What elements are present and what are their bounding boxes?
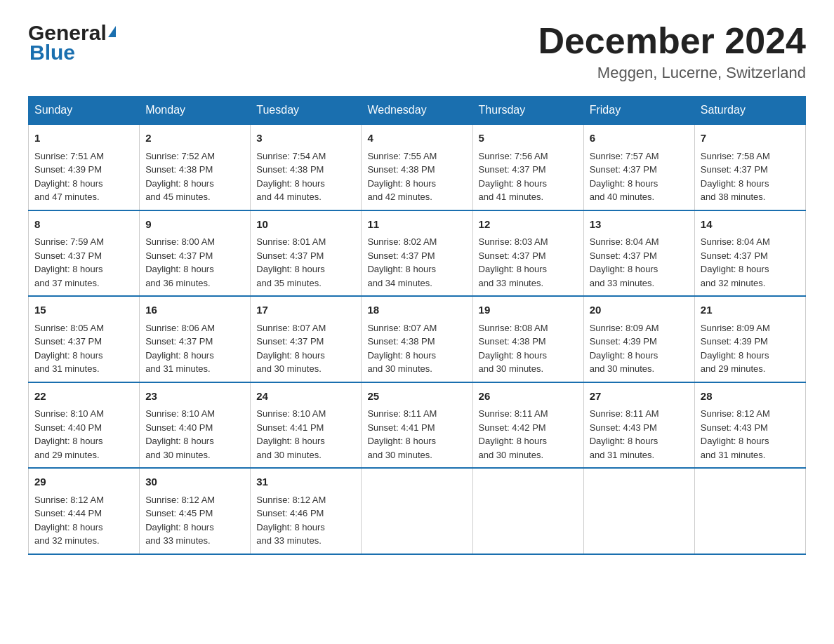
day-info: Sunrise: 8:00 AMSunset: 4:37 PMDaylight:… <box>145 235 244 290</box>
day-number: 6 <box>590 130 689 147</box>
day-number: 21 <box>701 302 800 318</box>
calendar-day-cell: 31Sunrise: 8:12 AMSunset: 4:46 PMDayligh… <box>251 468 362 554</box>
day-info: Sunrise: 8:03 AMSunset: 4:37 PMDaylight:… <box>479 235 578 290</box>
day-info: Sunrise: 8:07 AMSunset: 4:38 PMDaylight:… <box>367 321 466 376</box>
day-number: 25 <box>367 389 466 405</box>
day-info: Sunrise: 8:11 AMSunset: 4:42 PMDaylight:… <box>479 407 578 462</box>
page-header: General Blue December 2024 Meggen, Lucer… <box>28 21 806 82</box>
calendar-table: SundayMondayTuesdayWednesdayThursdayFrid… <box>28 96 806 555</box>
day-header-thursday: Thursday <box>472 97 583 125</box>
day-info: Sunrise: 8:12 AMSunset: 4:44 PMDaylight:… <box>34 493 133 548</box>
calendar-day-cell: 16Sunrise: 8:06 AMSunset: 4:37 PMDayligh… <box>140 296 251 382</box>
day-info: Sunrise: 7:56 AMSunset: 4:37 PMDaylight:… <box>479 149 578 204</box>
calendar-week-row: 29Sunrise: 8:12 AMSunset: 4:44 PMDayligh… <box>29 468 806 554</box>
day-number: 20 <box>590 302 689 318</box>
day-info: Sunrise: 7:58 AMSunset: 4:37 PMDaylight:… <box>701 149 800 204</box>
day-header-monday: Monday <box>140 97 251 125</box>
calendar-week-row: 22Sunrise: 8:10 AMSunset: 4:40 PMDayligh… <box>29 382 806 469</box>
day-number: 24 <box>256 389 355 405</box>
day-header-sunday: Sunday <box>29 97 140 125</box>
day-info: Sunrise: 7:59 AMSunset: 4:37 PMDaylight:… <box>34 235 133 290</box>
day-number: 15 <box>34 302 133 318</box>
day-number: 14 <box>701 217 800 233</box>
title-section: December 2024 Meggen, Lucerne, Switzerla… <box>538 21 806 82</box>
calendar-day-cell: 9Sunrise: 8:00 AMSunset: 4:37 PMDaylight… <box>140 210 251 297</box>
calendar-day-cell: 1Sunrise: 7:51 AMSunset: 4:39 PMDaylight… <box>29 124 140 210</box>
day-info: Sunrise: 8:12 AMSunset: 4:46 PMDaylight:… <box>256 493 355 548</box>
day-number: 29 <box>34 474 133 490</box>
day-number: 16 <box>145 302 244 318</box>
day-number: 18 <box>367 302 466 318</box>
day-info: Sunrise: 8:01 AMSunset: 4:37 PMDaylight:… <box>256 235 355 290</box>
calendar-day-cell: 26Sunrise: 8:11 AMSunset: 4:42 PMDayligh… <box>472 382 583 469</box>
calendar-day-cell: 28Sunrise: 8:12 AMSunset: 4:43 PMDayligh… <box>694 382 805 469</box>
calendar-day-cell: 29Sunrise: 8:12 AMSunset: 4:44 PMDayligh… <box>29 468 140 554</box>
day-number: 2 <box>145 130 244 147</box>
day-info: Sunrise: 8:10 AMSunset: 4:40 PMDaylight:… <box>145 407 244 462</box>
calendar-day-cell: 5Sunrise: 7:56 AMSunset: 4:37 PMDaylight… <box>472 124 583 210</box>
day-number: 1 <box>34 130 133 147</box>
calendar-day-cell: 13Sunrise: 8:04 AMSunset: 4:37 PMDayligh… <box>583 210 694 297</box>
calendar-day-cell <box>694 468 805 554</box>
day-number: 26 <box>479 389 578 405</box>
calendar-day-cell: 25Sunrise: 8:11 AMSunset: 4:41 PMDayligh… <box>362 382 472 469</box>
day-number: 28 <box>701 389 800 405</box>
day-number: 17 <box>256 302 355 318</box>
day-info: Sunrise: 8:09 AMSunset: 4:39 PMDaylight:… <box>701 321 800 376</box>
calendar-day-cell: 30Sunrise: 8:12 AMSunset: 4:45 PMDayligh… <box>140 468 251 554</box>
day-number: 7 <box>701 130 800 147</box>
day-number: 8 <box>34 217 133 233</box>
calendar-day-cell: 3Sunrise: 7:54 AMSunset: 4:38 PMDaylight… <box>251 124 362 210</box>
calendar-day-cell: 11Sunrise: 8:02 AMSunset: 4:37 PMDayligh… <box>362 210 472 297</box>
month-title: December 2024 <box>538 21 806 61</box>
day-info: Sunrise: 8:12 AMSunset: 4:45 PMDaylight:… <box>145 493 244 548</box>
day-info: Sunrise: 8:08 AMSunset: 4:38 PMDaylight:… <box>479 321 578 376</box>
day-number: 31 <box>256 474 355 490</box>
calendar-day-cell: 7Sunrise: 7:58 AMSunset: 4:37 PMDaylight… <box>694 124 805 210</box>
day-number: 27 <box>590 389 689 405</box>
day-info: Sunrise: 8:11 AMSunset: 4:41 PMDaylight:… <box>367 407 466 462</box>
calendar-day-cell: 23Sunrise: 8:10 AMSunset: 4:40 PMDayligh… <box>140 382 251 469</box>
day-number: 22 <box>34 389 133 405</box>
day-info: Sunrise: 8:02 AMSunset: 4:37 PMDaylight:… <box>367 235 466 290</box>
calendar-day-cell: 21Sunrise: 8:09 AMSunset: 4:39 PMDayligh… <box>694 296 805 382</box>
calendar-day-cell: 10Sunrise: 8:01 AMSunset: 4:37 PMDayligh… <box>251 210 362 297</box>
calendar-day-cell: 20Sunrise: 8:09 AMSunset: 4:39 PMDayligh… <box>583 296 694 382</box>
day-info: Sunrise: 8:06 AMSunset: 4:37 PMDaylight:… <box>145 321 244 376</box>
day-number: 9 <box>145 217 244 233</box>
calendar-day-cell: 2Sunrise: 7:52 AMSunset: 4:38 PMDaylight… <box>140 124 251 210</box>
day-number: 12 <box>479 217 578 233</box>
day-number: 30 <box>145 474 244 490</box>
calendar-day-cell: 4Sunrise: 7:55 AMSunset: 4:38 PMDaylight… <box>362 124 472 210</box>
calendar-day-cell: 8Sunrise: 7:59 AMSunset: 4:37 PMDaylight… <box>29 210 140 297</box>
day-info: Sunrise: 8:11 AMSunset: 4:43 PMDaylight:… <box>590 407 689 462</box>
day-info: Sunrise: 8:10 AMSunset: 4:40 PMDaylight:… <box>34 407 133 462</box>
day-info: Sunrise: 8:05 AMSunset: 4:37 PMDaylight:… <box>34 321 133 376</box>
calendar-day-cell: 12Sunrise: 8:03 AMSunset: 4:37 PMDayligh… <box>472 210 583 297</box>
day-info: Sunrise: 8:12 AMSunset: 4:43 PMDaylight:… <box>701 407 800 462</box>
calendar-week-row: 15Sunrise: 8:05 AMSunset: 4:37 PMDayligh… <box>29 296 806 382</box>
logo-triangle-icon <box>108 26 116 37</box>
day-number: 4 <box>367 130 466 147</box>
calendar-day-cell: 18Sunrise: 8:07 AMSunset: 4:38 PMDayligh… <box>362 296 472 382</box>
day-number: 5 <box>479 130 578 147</box>
calendar-week-row: 8Sunrise: 7:59 AMSunset: 4:37 PMDaylight… <box>29 210 806 297</box>
calendar-header-row: SundayMondayTuesdayWednesdayThursdayFrid… <box>29 97 806 125</box>
logo: General Blue <box>28 21 116 65</box>
day-header-friday: Friday <box>583 97 694 125</box>
calendar-week-row: 1Sunrise: 7:51 AMSunset: 4:39 PMDaylight… <box>29 124 806 210</box>
day-info: Sunrise: 8:09 AMSunset: 4:39 PMDaylight:… <box>590 321 689 376</box>
calendar-day-cell <box>472 468 583 554</box>
day-header-saturday: Saturday <box>694 97 805 125</box>
calendar-day-cell <box>583 468 694 554</box>
day-number: 11 <box>367 217 466 233</box>
calendar-day-cell: 24Sunrise: 8:10 AMSunset: 4:41 PMDayligh… <box>251 382 362 469</box>
day-header-tuesday: Tuesday <box>251 97 362 125</box>
calendar-day-cell <box>362 468 472 554</box>
calendar-day-cell: 19Sunrise: 8:08 AMSunset: 4:38 PMDayligh… <box>472 296 583 382</box>
day-number: 19 <box>479 302 578 318</box>
day-info: Sunrise: 8:07 AMSunset: 4:37 PMDaylight:… <box>256 321 355 376</box>
day-number: 3 <box>256 130 355 147</box>
day-info: Sunrise: 7:52 AMSunset: 4:38 PMDaylight:… <box>145 149 244 204</box>
day-info: Sunrise: 8:10 AMSunset: 4:41 PMDaylight:… <box>256 407 355 462</box>
